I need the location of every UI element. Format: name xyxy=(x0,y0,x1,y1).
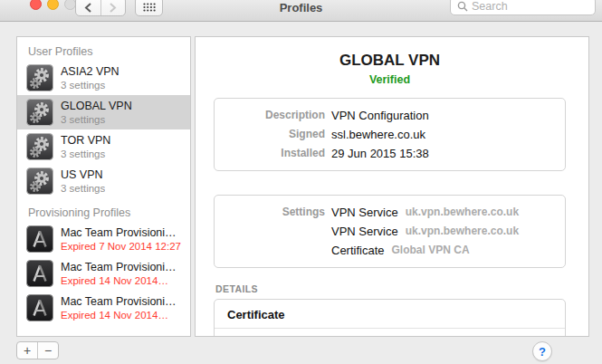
gear-profile-icon xyxy=(26,133,53,160)
setting-name: Certificate xyxy=(331,241,385,260)
profile-name: GLOBAL VPN xyxy=(61,100,132,113)
profile-expired-label: Expired 14 Nov 2014… xyxy=(61,309,177,321)
add-profile-button[interactable]: + xyxy=(17,342,38,359)
profile-subtitle: 3 settings xyxy=(61,113,132,126)
profile-name: Mac Team Provisioni… xyxy=(61,226,181,240)
setting-name: VPN Service xyxy=(331,222,398,241)
profile-expired-label: Expired 7 Nov 2014 12:27 xyxy=(61,240,181,253)
profile-expired-label: Expired 14 Nov 2014… xyxy=(61,274,177,287)
info-value: 29 Jun 2015 15:38 xyxy=(331,144,429,163)
gear-profile-icon xyxy=(26,99,53,126)
info-value: ssl.bewhere.co.uk xyxy=(331,125,425,144)
window-toolbar: Profiles xyxy=(0,0,602,22)
sidebar-item-provisioning-3[interactable]: Mac Team Provisioni… Expired 14 Nov 2014… xyxy=(17,291,190,325)
info-label: Signed xyxy=(215,125,325,144)
info-value: VPN Configuration xyxy=(331,106,429,125)
info-label: Installed xyxy=(215,144,325,163)
profile-subtitle: 3 settings xyxy=(61,182,105,195)
info-label: Description xyxy=(215,106,325,125)
settings-label: Settings xyxy=(215,203,325,222)
details-row-label: Description xyxy=(215,335,325,337)
add-remove-controls: + − xyxy=(16,341,59,359)
profile-detail-panel: GLOBAL VPN Verified Description VPN Conf… xyxy=(195,36,589,337)
gear-profile-icon xyxy=(26,168,53,195)
sidebar-item-global-vpn[interactable]: GLOBAL VPN 3 settings xyxy=(17,95,190,129)
section-header-user-profiles: User Profiles xyxy=(17,44,190,61)
profile-title: GLOBAL VPN xyxy=(214,52,566,70)
details-row-value: Global VPN CA xyxy=(331,335,413,337)
profile-name: US VPN xyxy=(61,168,105,182)
remove-profile-button[interactable]: − xyxy=(38,342,58,359)
sidebar-item-asia2-vpn[interactable]: ASIA2 VPN 3 settings xyxy=(17,61,190,95)
profile-name: Mac Team Provisioni… xyxy=(61,261,177,274)
provisioning-profile-icon xyxy=(26,225,53,253)
search-icon xyxy=(457,1,468,12)
gear-profile-icon xyxy=(26,64,53,91)
setting-detail: uk.vpn.bewhere.co.uk xyxy=(406,222,519,241)
sidebar-item-tor-vpn[interactable]: TOR VPN 3 settings xyxy=(17,129,190,164)
details-heading: Certificate xyxy=(215,300,565,328)
sidebar-item-provisioning-1[interactable]: Mac Team Provisioni… Expired 7 Nov 2014 … xyxy=(17,222,190,256)
profile-subtitle: 3 settings xyxy=(61,148,110,160)
setting-name: VPN Service xyxy=(331,203,398,222)
search-field[interactable] xyxy=(450,0,596,15)
profile-name: TOR VPN xyxy=(61,134,110,148)
details-section-label: DETAILS xyxy=(215,283,566,294)
provisioning-profile-icon xyxy=(26,260,53,287)
profile-settings-box: Settings VPN Service uk.vpn.bewhere.co.u… xyxy=(214,195,566,268)
profiles-sidebar: User Profiles ASIA2 VPN 3 settings xyxy=(16,36,191,337)
search-input[interactable] xyxy=(472,0,580,13)
profile-subtitle: 3 settings xyxy=(61,79,119,91)
certificate-details-box: Certificate Description Global VPN CA Ce… xyxy=(214,299,566,337)
verified-status: Verified xyxy=(214,73,566,86)
section-header-provisioning-profiles: Provisioning Profiles xyxy=(17,206,190,222)
profile-name: ASIA2 VPN xyxy=(61,65,119,79)
provisioning-profile-icon xyxy=(26,294,53,321)
setting-detail: uk.vpn.bewhere.co.uk xyxy=(406,203,519,222)
sidebar-item-us-vpn[interactable]: US VPN 3 settings xyxy=(17,164,190,198)
setting-detail: Global VPN CA xyxy=(392,241,470,260)
sidebar-item-provisioning-2[interactable]: Mac Team Provisioni… Expired 14 Nov 2014… xyxy=(17,256,190,291)
help-button[interactable]: ? xyxy=(532,341,552,361)
profile-name: Mac Team Provisioni… xyxy=(61,295,177,309)
profile-info-box: Description VPN Configuration Signed ssl… xyxy=(214,98,566,171)
